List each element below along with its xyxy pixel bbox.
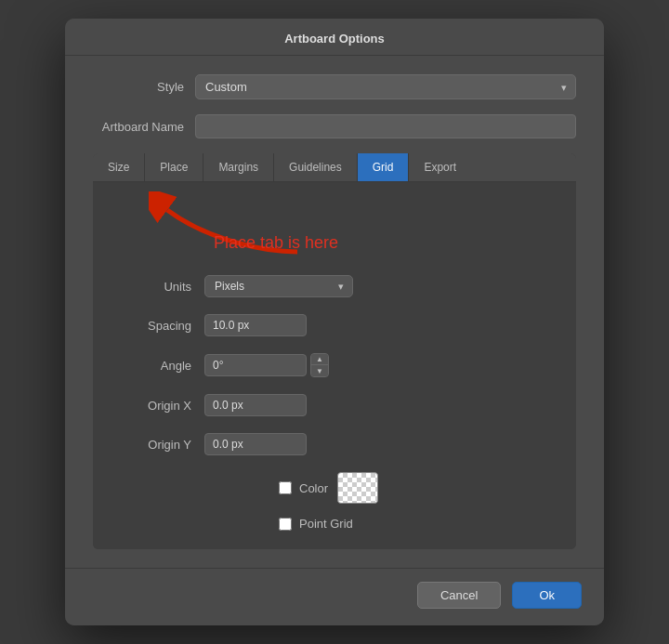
origin-y-row: Origin Y xyxy=(121,433,548,455)
cancel-button[interactable]: Cancel xyxy=(417,582,501,609)
angle-input[interactable] xyxy=(204,354,307,376)
point-grid-label: Point Grid xyxy=(299,517,353,531)
ok-button[interactable]: Ok xyxy=(512,582,582,609)
color-checkbox[interactable] xyxy=(279,481,292,494)
angle-wrapper: ▲ ▼ xyxy=(204,353,329,377)
tab-guidelines[interactable]: Guidelines xyxy=(274,153,358,181)
tab-grid[interactable]: Grid xyxy=(358,153,410,181)
color-label: Color xyxy=(299,481,328,495)
dialog-footer: Cancel Ok xyxy=(65,568,604,625)
artboard-name-row: Artboard Name xyxy=(93,114,576,138)
dialog-body: Style Custom Web Mobile Print ▾ Artboard… xyxy=(65,56,604,568)
tab-size[interactable]: Size xyxy=(93,153,145,181)
units-row: Units Pixels Points Millimeters Centimet… xyxy=(121,275,548,297)
angle-label: Angle xyxy=(121,359,204,373)
dialog-title: Artboard Options xyxy=(284,32,385,46)
tab-place[interactable]: Place xyxy=(145,153,203,181)
units-select-wrapper: Pixels Points Millimeters Centimeters In… xyxy=(204,275,353,297)
angle-increment-button[interactable]: ▲ xyxy=(311,354,328,365)
artboard-name-input[interactable] xyxy=(195,114,576,138)
angle-decrement-button[interactable]: ▼ xyxy=(311,365,328,376)
origin-y-label: Origin Y xyxy=(121,438,204,452)
style-select[interactable]: Custom Web Mobile Print xyxy=(195,74,576,99)
tab-margins[interactable]: Margins xyxy=(203,153,274,181)
angle-spinner: ▲ ▼ xyxy=(310,353,329,377)
color-swatch[interactable] xyxy=(337,472,378,504)
artboard-name-label: Artboard Name xyxy=(93,120,195,134)
tabs-container: Size Place Margins Guidelines Grid Expor… xyxy=(93,153,576,549)
spacing-input[interactable] xyxy=(204,314,307,336)
point-grid-row: Point Grid xyxy=(279,517,548,531)
origin-x-row: Origin X xyxy=(121,394,548,416)
tabs-header: Size Place Margins Guidelines Grid Expor… xyxy=(93,153,576,182)
origin-x-label: Origin X xyxy=(121,399,204,413)
tab-export[interactable]: Export xyxy=(409,153,471,181)
color-row: Color xyxy=(279,472,548,504)
style-select-wrapper: Custom Web Mobile Print ▾ xyxy=(195,74,576,99)
tabs-content: Place tab is here Units Pixels Points Mi… xyxy=(93,182,576,549)
spacing-label: Spacing xyxy=(121,319,204,333)
angle-row: Angle ▲ ▼ xyxy=(121,353,548,377)
origin-x-input[interactable] xyxy=(204,394,307,416)
artboard-options-dialog: Artboard Options Style Custom Web Mobile… xyxy=(65,19,604,625)
origin-y-input[interactable] xyxy=(204,433,307,455)
dialog-title-bar: Artboard Options xyxy=(65,19,604,56)
point-grid-checkbox[interactable] xyxy=(279,518,292,531)
arrow-annotation: Place tab is here xyxy=(149,191,334,269)
units-select[interactable]: Pixels Points Millimeters Centimeters In… xyxy=(204,275,353,297)
style-row: Style Custom Web Mobile Print ▾ xyxy=(93,74,576,99)
units-label: Units xyxy=(121,280,204,294)
annotation-text: Place tab is here xyxy=(214,233,338,253)
spacing-row: Spacing xyxy=(121,314,548,336)
style-label: Style xyxy=(93,80,195,94)
